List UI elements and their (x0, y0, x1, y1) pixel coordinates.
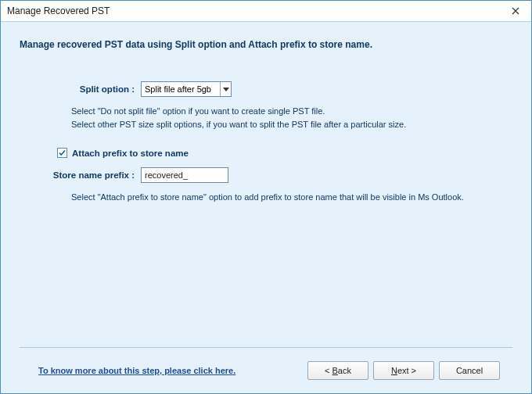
learn-more-link[interactable]: To know more about this step, please cli… (38, 366, 235, 375)
dialog-window: Manage Recovered PST Manage recovered PS… (0, 0, 532, 394)
store-prefix-help: Select "Attach prefix to store name" opt… (71, 191, 512, 204)
next-button[interactable]: Next > (373, 361, 434, 380)
split-option-row: Split option : Split file after 5gb (20, 81, 512, 97)
checkmark-icon (58, 149, 66, 157)
store-prefix-input[interactable] (141, 167, 228, 183)
page-heading: Manage recovered PST data using Split op… (20, 39, 512, 50)
split-help-line1: Select "Do not split file" option if you… (71, 105, 512, 118)
split-option-value: Split file after 5gb (145, 84, 211, 94)
store-prefix-row: Store name prefix : (34, 167, 512, 183)
divider (20, 347, 512, 348)
close-icon (512, 5, 519, 17)
split-option-select[interactable]: Split file after 5gb (141, 81, 232, 97)
split-help-line2: Select other PST size split options, if … (71, 118, 512, 131)
footer-buttons: < Back Next > Cancel (307, 361, 500, 380)
content-area: Manage recovered PST data using Split op… (1, 21, 531, 393)
attach-prefix-checkbox[interactable] (57, 148, 67, 158)
footer: To know more about this step, please cli… (20, 357, 512, 393)
close-button[interactable] (500, 1, 531, 21)
cancel-button[interactable]: Cancel (439, 361, 500, 380)
back-button[interactable]: < Back (307, 361, 368, 380)
spacer (20, 204, 512, 348)
titlebar: Manage Recovered PST (1, 1, 531, 21)
attach-prefix-label: Attach prefix to store name (72, 149, 189, 158)
split-option-help: Select "Do not split file" option if you… (71, 105, 512, 131)
chevron-down-icon (220, 82, 231, 96)
attach-prefix-row: Attach prefix to store name (57, 148, 512, 158)
split-option-label: Split option : (20, 84, 141, 94)
store-prefix-label: Store name prefix : (34, 170, 141, 180)
window-title: Manage Recovered PST (7, 5, 110, 16)
